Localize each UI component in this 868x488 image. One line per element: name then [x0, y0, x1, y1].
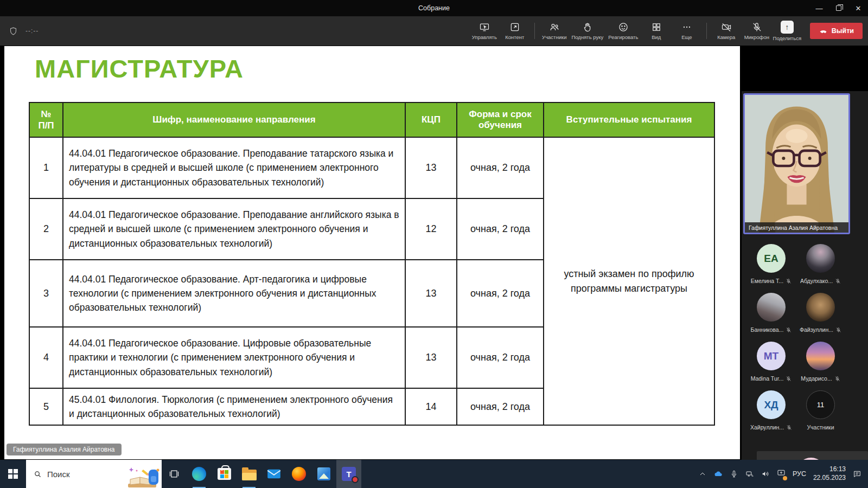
avatar-initials: ЕА — [757, 244, 786, 273]
taskbar-icons: T — [162, 460, 361, 488]
leave-button[interactable]: Выйти — [810, 23, 863, 39]
file-explorer-taskbar-icon[interactable] — [237, 460, 261, 488]
photos-app-taskbar-icon[interactable] — [311, 460, 336, 488]
mic-muted-icon — [786, 278, 792, 284]
meeting-timer: --:-- — [25, 27, 39, 35]
toolbar-buttons: Управлять Контент Участники Поднять руку… — [469, 17, 868, 44]
meeting-stage: МАГИСТРАТУРА № П/П Шифр, наименование на… — [0, 46, 868, 460]
mic-muted-icon — [834, 376, 840, 382]
cast-icon-wrap[interactable] — [777, 468, 786, 479]
mic-button[interactable]: Микрофон — [742, 17, 772, 44]
participant-tile[interactable]: Мударисо... — [796, 341, 845, 389]
col-header-exams: Вступительные испытания — [544, 102, 714, 137]
row-direction: 44.04.01 Педагогическое образование. Пре… — [63, 137, 405, 198]
participant-tile[interactable]: ХД Хайруллин... — [746, 389, 796, 438]
firefox-taskbar-icon[interactable] — [286, 460, 311, 488]
teams-meeting-window: Собрание — ✕ --:-- Управлять Контент Уча — [0, 0, 868, 488]
participant-name: Абдулхако... — [800, 278, 833, 284]
mic-muted-icon — [786, 376, 792, 382]
teams-taskbar-icon[interactable]: T — [336, 460, 361, 488]
avatar-photo — [806, 293, 835, 322]
edge-taskbar-icon[interactable] — [187, 460, 212, 488]
col-header-direction: Шифр, наименование направления — [63, 102, 405, 137]
tray-date: 22.05.2023 — [813, 474, 846, 483]
language-indicator[interactable]: РУС — [793, 470, 806, 478]
tray-chevron-icon[interactable] — [698, 470, 707, 478]
row-kcp: 14 — [405, 388, 457, 425]
tray-time: 16:13 — [813, 465, 846, 474]
avatar-initials: ХД — [757, 390, 786, 419]
people-icon — [549, 22, 560, 33]
avatar-photo — [806, 342, 835, 370]
col-header-num: № П/П — [29, 102, 63, 137]
task-view-icon — [169, 468, 180, 479]
action-center-icon[interactable] — [853, 470, 861, 478]
active-speaker-video[interactable]: Гафиятуллина Азалия Айратовна — [743, 93, 850, 234]
taskbar-clock[interactable]: 16:13 22.05.2023 — [813, 465, 846, 482]
participant-tile[interactable]: Банникова... — [746, 292, 796, 341]
col-header-form: Форма и срок обучения — [457, 102, 544, 137]
mic-muted-icon — [786, 327, 792, 333]
mic-muted-icon — [786, 425, 792, 431]
close-button[interactable]: ✕ — [848, 0, 868, 16]
meeting-toolbar: --:-- Управлять Контент Участники Поднят… — [0, 16, 868, 46]
row-kcp: 12 — [405, 198, 457, 260]
window-titlebar: Собрание — ✕ — [0, 0, 868, 16]
minimize-button[interactable]: — — [809, 0, 829, 16]
task-view-button[interactable] — [162, 460, 187, 488]
participants-button[interactable]: Участники — [539, 17, 570, 44]
system-tray: РУС 16:13 22.05.2023 — [698, 460, 868, 488]
speaker-portrait — [745, 95, 848, 233]
participant-tile[interactable]: МТ Madina Tur... — [746, 341, 796, 389]
mail-envelope-icon — [267, 468, 281, 479]
row-direction: 44.04.01 Педагогическое образование. Циф… — [63, 327, 405, 388]
store-taskbar-icon[interactable] — [212, 460, 237, 488]
taskbar-search[interactable]: Поиск — [26, 460, 162, 488]
speaker-icon[interactable] — [761, 470, 770, 478]
network-icon[interactable] — [745, 470, 754, 478]
tray-mic-icon[interactable] — [730, 470, 738, 478]
shield-icon — [9, 27, 18, 36]
camera-off-icon — [721, 22, 732, 33]
microsoft-store-icon — [218, 468, 231, 480]
start-button[interactable] — [0, 460, 26, 488]
cast-status-dot — [783, 476, 787, 480]
participants-count-tile[interactable]: 11 Участники — [796, 389, 845, 438]
toolbar-divider — [534, 23, 535, 39]
onedrive-cloud-icon[interactable] — [714, 470, 723, 478]
slide-title: МАГИСТРАТУРА — [35, 54, 244, 84]
content-share-icon — [509, 22, 520, 33]
content-button[interactable]: Контент — [500, 17, 530, 44]
manage-button[interactable]: Управлять — [469, 17, 500, 44]
restore-button[interactable] — [829, 0, 848, 16]
windows-logo-icon — [8, 469, 18, 479]
participant-name: Участники — [807, 424, 834, 431]
meeting-status: --:-- — [0, 27, 39, 36]
camera-button[interactable]: Камера — [711, 17, 742, 44]
restore-icon — [836, 5, 841, 11]
mic-muted-icon — [835, 278, 841, 284]
mail-taskbar-icon[interactable] — [261, 460, 286, 488]
share-button[interactable]: ↑ Поделиться — [772, 17, 802, 44]
shared-slide: МАГИСТРАТУРА № П/П Шифр, наименование на… — [4, 46, 740, 459]
speaker-name-label: Гафиятуллина Азалия Айратовна — [745, 222, 848, 233]
participant-tile[interactable]: Абдулхако... — [796, 243, 845, 292]
participant-name: Madina Tur... — [751, 375, 784, 382]
row-num: 3 — [29, 260, 63, 327]
react-button[interactable]: Реагировать — [605, 17, 641, 44]
search-icon — [34, 470, 42, 478]
row-direction: 44.04.01 Педагогическое образование. Пре… — [63, 198, 405, 260]
participant-name: Мударисо... — [801, 375, 832, 382]
raise-hand-button[interactable]: Поднять руку — [570, 17, 605, 44]
window-title: Собрание — [418, 4, 450, 12]
hangup-phone-icon — [819, 27, 828, 36]
participant-tile[interactable]: ЕА Емелина Т... — [746, 243, 796, 292]
view-button[interactable]: Вид — [641, 17, 672, 44]
participant-tile[interactable]: Файзуллин... — [796, 292, 845, 341]
row-form: очная, 2 года — [457, 388, 544, 425]
participants-grid: ЕА Емелина Т... Абдулхако... Банникова..… — [746, 243, 845, 438]
more-button[interactable]: Еще — [672, 17, 702, 44]
photos-app-icon — [317, 467, 330, 480]
smiley-icon — [618, 22, 629, 33]
search-school-doodle — [127, 463, 161, 488]
